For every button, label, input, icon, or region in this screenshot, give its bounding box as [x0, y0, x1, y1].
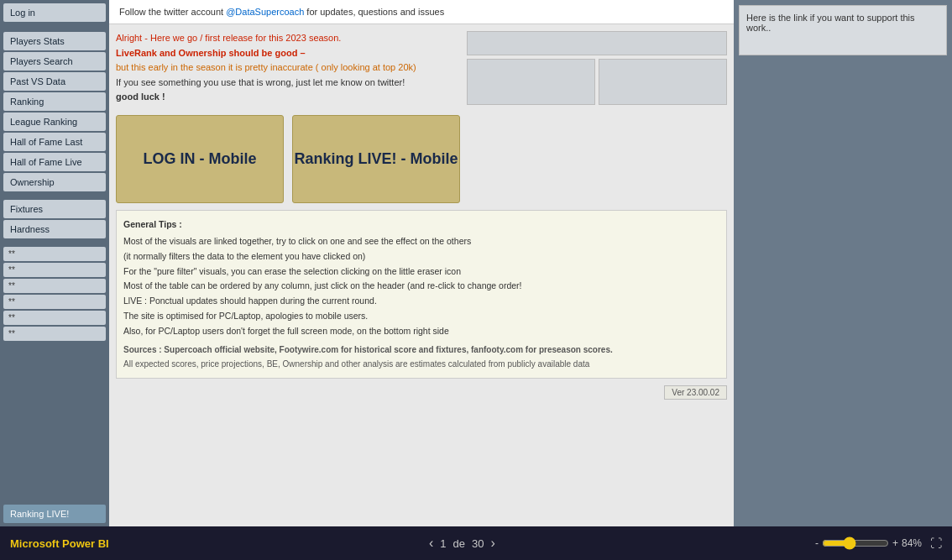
image-placeholder-row	[467, 59, 727, 105]
sources-text: Supercoach official website, Footywire.c…	[162, 345, 613, 354]
twitter-link[interactable]: @DataSupercoach	[226, 7, 304, 17]
ownership-button[interactable]: Ownership	[3, 173, 106, 191]
hardness-button[interactable]: Hardness	[3, 220, 106, 238]
small-btn-6[interactable]: **	[3, 327, 106, 341]
tips-title: General Tips :	[123, 217, 719, 233]
small-btn-5[interactable]: **	[3, 311, 106, 325]
tip6: The site is optimised for PC/Laptop, apo…	[123, 309, 719, 324]
info-line1: Alright - Here we go / first release for…	[116, 31, 460, 46]
zoom-plus-icon[interactable]: +	[892, 537, 898, 549]
tips-area: General Tips : Most of the visuals are l…	[116, 210, 727, 379]
zoom-value: 84%	[902, 537, 922, 549]
info-line4: If you see something you use that is wro…	[116, 76, 460, 91]
info-line3: but this early in the season it is prett…	[116, 60, 460, 76]
zoom-minus-icon[interactable]: -	[815, 537, 819, 549]
fixtures-button[interactable]: Fixtures	[3, 200, 106, 218]
players-search-button[interactable]: Players Search	[3, 52, 106, 71]
tip4: Most of the table can be ordered by any …	[123, 279, 719, 294]
fullscreen-icon[interactable]: ⛶	[930, 536, 942, 550]
login-mobile-card[interactable]: LOG IN - Mobile	[116, 115, 284, 203]
sources-label: Sources :	[123, 345, 162, 354]
tip1: Most of the visuals are linked together,…	[123, 234, 719, 249]
page-de-label: de	[453, 537, 465, 550]
zoom-controls: - + 84% ⛶	[815, 536, 942, 550]
sources: Sources : Supercoach official website, F…	[123, 343, 719, 371]
page-prev-button[interactable]: ‹	[429, 536, 433, 551]
page-total: 30	[472, 537, 484, 550]
ranking-button[interactable]: Ranking	[3, 92, 106, 111]
image-placeholders	[467, 31, 727, 105]
banner-text-before: Follow the twitter account	[119, 7, 226, 17]
page-navigation: ‹ 1 de 30 ›	[429, 536, 495, 551]
login-button[interactable]: Log in	[3, 3, 106, 22]
tip2: (it normally filters the data to the ele…	[123, 249, 719, 264]
hall-of-fame-live-button[interactable]: Hall of Fame Live	[3, 153, 106, 171]
support-box: Here is the link if you want to support …	[739, 5, 947, 55]
hall-of-fame-last-button[interactable]: Hall of Fame Last	[3, 133, 106, 151]
info-line5: good luck !	[116, 90, 460, 105]
image-placeholder-top	[467, 31, 727, 55]
tip5: LlVE : Ponctual updates should happen du…	[123, 294, 719, 309]
league-ranking-button[interactable]: League Ranking	[3, 113, 106, 131]
top-banner: Follow the twitter account @DataSupercoa…	[109, 0, 734, 24]
info-line1-text: Alright - Here we go / first release for…	[116, 33, 341, 43]
past-vs-data-button[interactable]: Past VS Data	[3, 72, 106, 91]
sources-text2: All expected scores, price projections, …	[123, 357, 719, 371]
tip7: Also, for PC/Laptop users don't forget t…	[123, 324, 719, 339]
ranking-live-mobile-card[interactable]: Ranking LIVE! - Mobile	[292, 115, 460, 203]
info-text-block: Alright - Here we go / first release for…	[116, 31, 460, 105]
players-stats-button[interactable]: Players Stats	[3, 32, 106, 50]
zoom-slider[interactable]	[822, 536, 889, 550]
info-line2-text: LiveRank and Ownership should be good –	[116, 48, 306, 58]
info-line2: LiveRank and Ownership should be good –	[116, 46, 460, 61]
small-btn-3[interactable]: **	[3, 279, 106, 293]
center-panel: Follow the twitter account @DataSupercoa…	[109, 0, 734, 526]
tip3: For the "pure filter" visuals, you can e…	[123, 264, 719, 280]
ranking-live-button[interactable]: Ranking LIVE!	[3, 505, 106, 523]
right-panel: Here is the link if you want to support …	[734, 0, 952, 526]
powerbi-branding: Microsoft Power BI	[10, 537, 109, 550]
small-btn-2[interactable]: **	[3, 263, 106, 277]
image-placeholder-left	[467, 59, 595, 105]
page-current: 1	[440, 537, 446, 550]
sidebar: Log in Players Stats Players Search Past…	[0, 0, 109, 526]
page-next-button[interactable]: ›	[490, 536, 494, 551]
bottom-bar: Microsoft Power BI ‹ 1 de 30 › - + 84% ⛶	[0, 526, 952, 560]
banner-text-after: for updates, questions and issues	[304, 7, 444, 17]
mobile-cards-area: LOG IN - Mobile Ranking LIVE! - Mobile	[109, 108, 734, 207]
image-placeholder-right	[599, 59, 727, 105]
info-area: Alright - Here we go / first release for…	[109, 24, 734, 108]
powerbi-logo: Microsoft Power BI	[10, 537, 109, 550]
version-badge: Ver 23.00.02	[664, 385, 727, 400]
small-btn-4[interactable]: **	[3, 295, 106, 309]
small-btn-1[interactable]: **	[3, 247, 106, 261]
